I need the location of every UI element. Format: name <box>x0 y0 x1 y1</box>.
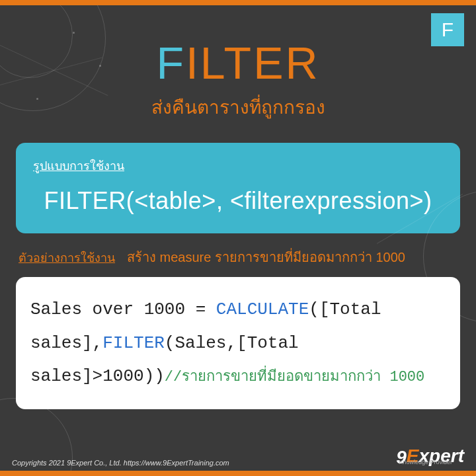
code-comment: //รายการขายที่มียอดขายมากกว่า 1000 <box>165 369 424 385</box>
code-keyword: CALCULATE <box>216 299 309 319</box>
syntax-label: รูปแบบการใช้งาน <box>33 156 443 175</box>
code-text: Sales over 1000 = <box>30 299 216 319</box>
code-box: Sales over 1000 = CALCULATE([Total sales… <box>16 277 460 409</box>
code-keyword: FILTER <box>102 333 165 353</box>
title-rest: ILTER <box>186 38 320 88</box>
example-header: ตัวอย่างการใช้งาน สร้าง measure รายการขา… <box>19 247 457 268</box>
logo-subtitle: Knowledge Provider <box>399 459 452 465</box>
syntax-text: FILTER(<table>, <filterexpression>) <box>33 187 443 215</box>
badge-letter: F <box>431 13 464 46</box>
syntax-box: รูปแบบการใช้งาน FILTER(<table>, <filtere… <box>16 143 460 233</box>
example-description: สร้าง measure รายการขายที่มียอดมากกว่า 1… <box>127 247 405 268</box>
footer: Copyrights 2021 9Expert Co., Ltd. https:… <box>12 446 464 467</box>
copyright-text: Copyrights 2021 9Expert Co., Ltd. https:… <box>12 459 229 467</box>
example-label: ตัวอย่างการใช้งาน <box>19 248 115 267</box>
title-first-letter: F <box>156 38 186 88</box>
